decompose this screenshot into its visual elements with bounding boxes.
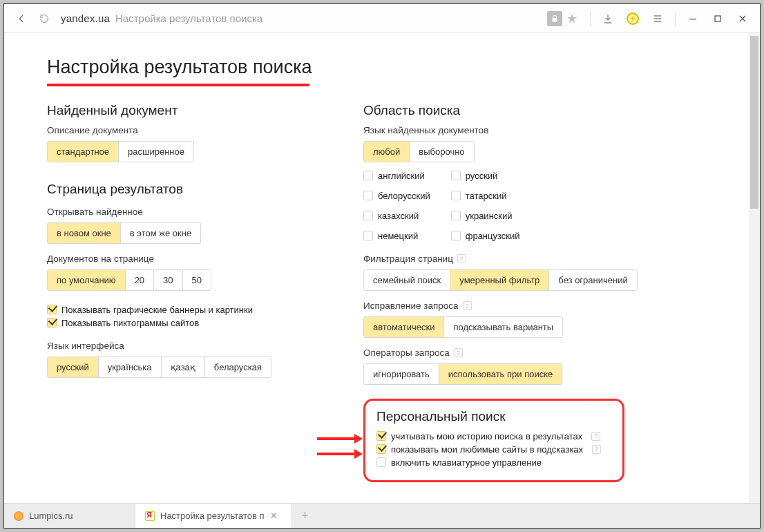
lang-label-tatar: татарский: [466, 191, 507, 201]
new-tab-button[interactable]: +: [292, 504, 318, 528]
description-label: Описание документа: [47, 125, 336, 135]
lang-label-french: французский: [466, 231, 520, 241]
tab-yandex-settings[interactable]: Настройка результатов п ✕: [135, 504, 292, 528]
query-operators-segmented: игнорировать использовать при поиске: [363, 363, 562, 385]
checkbox-use-history-label: учитывать мою историю поиска в результат…: [391, 431, 582, 441]
address-page-title: Настройка результатов поиска: [115, 12, 262, 24]
browser-toolbar: yandex.ua Настройка результатов поиска ★…: [4, 4, 760, 33]
browser-window: yandex.ua Настройка результатов поиска ★…: [3, 3, 761, 529]
lang-label-belarusian: белорусский: [378, 191, 430, 201]
tab-label: Настройка результатов п: [160, 511, 265, 521]
help-icon[interactable]: ?: [591, 432, 600, 441]
lang-label-ukrainian: украинский: [466, 211, 513, 221]
lang-label-german: немецкий: [378, 231, 418, 241]
ui-language-label: Язык интерфейса: [47, 341, 336, 351]
query-operators-label: Операторы запроса?: [363, 348, 660, 358]
page-filter-label: Фильтрация страниц?: [363, 254, 660, 264]
address-bar[interactable]: yandex.ua Настройка результатов поиска ★: [61, 11, 577, 26]
lock-icon: [547, 11, 562, 26]
per-page-opt-30[interactable]: 30: [153, 270, 182, 290]
lang-checkbox-french[interactable]: [451, 231, 461, 240]
checkbox-show-favorites[interactable]: [376, 444, 386, 454]
page-content: Настройка результатов поиска Найденный д…: [4, 33, 760, 503]
correct-opt-auto[interactable]: автоматически: [364, 317, 443, 337]
lang-checkbox-german[interactable]: [363, 231, 373, 240]
page-filter-segmented: семейный поиск умеренный фильтр без огра…: [363, 269, 638, 291]
open-opt-new-window[interactable]: в новом окне: [48, 223, 120, 243]
lang-label-english: английский: [378, 171, 425, 181]
help-icon[interactable]: ?: [454, 348, 463, 357]
reload-button[interactable]: [36, 8, 52, 29]
lang-checkbox-english[interactable]: [363, 171, 373, 180]
filter-opt-family[interactable]: семейный поиск: [364, 270, 450, 290]
checkbox-banners[interactable]: [47, 305, 57, 314]
description-opt-extended[interactable]: расширенное: [118, 142, 193, 162]
ui-lang-opt-uk[interactable]: українська: [98, 357, 161, 377]
personal-search-highlight: Персональный поиск учитывать мою историю…: [363, 399, 624, 482]
menu-icon[interactable]: [646, 8, 669, 29]
ui-lang-opt-ru[interactable]: русский: [48, 357, 98, 377]
per-page-opt-50[interactable]: 50: [182, 270, 211, 290]
ops-opt-use[interactable]: использовать при поиске: [439, 364, 562, 384]
tab-strip: Lumpics.ru Настройка результатов п ✕ +: [4, 503, 760, 528]
doclang-opt-any[interactable]: любой: [364, 142, 409, 162]
open-found-segmented: в новом окне в этом же окне: [47, 222, 201, 244]
checkbox-favicons[interactable]: [47, 318, 57, 327]
checkbox-banners-label: Показывать графические баннеры и картинк…: [61, 305, 253, 315]
window-close-button[interactable]: [731, 8, 754, 29]
doc-language-segmented: любой выборочно: [363, 141, 475, 162]
per-page-segmented: по умолчанию 20 30 50: [47, 269, 211, 291]
per-page-label: Документов на странице: [47, 254, 336, 264]
checkbox-keyboard-control[interactable]: [376, 457, 386, 467]
download-icon[interactable]: [596, 8, 620, 29]
found-document-heading: Найденный документ: [47, 103, 336, 118]
arrow-icon: [317, 449, 361, 459]
window-maximize-button[interactable]: [706, 8, 729, 29]
checkbox-show-favorites-label: показывать мои любимые сайты в подсказка…: [391, 444, 583, 455]
per-page-opt-20[interactable]: 20: [125, 270, 153, 290]
column-right: Область поиска Язык найденных документов…: [363, 99, 660, 482]
search-scope-heading: Область поиска: [363, 103, 660, 118]
extensions-icon[interactable]: ⚡: [621, 8, 644, 29]
address-domain: yandex.ua: [61, 12, 110, 24]
doc-language-label: Язык найденных документов: [363, 125, 660, 135]
tab-lumpics[interactable]: Lumpics.ru: [4, 504, 135, 528]
page-title: Настройка результатов поиска: [47, 57, 739, 78]
lang-checkbox-kazakh[interactable]: [363, 211, 373, 220]
open-opt-same-window[interactable]: в этом же окне: [120, 223, 200, 243]
favicon-icon: [14, 511, 23, 521]
help-icon[interactable]: ?: [457, 254, 466, 263]
bookmark-star-icon[interactable]: ★: [566, 11, 577, 26]
tab-close-icon[interactable]: ✕: [270, 511, 278, 521]
description-opt-standard[interactable]: стандартное: [48, 142, 118, 162]
window-minimize-button[interactable]: [681, 8, 705, 29]
tab-label: Lumpics.ru: [29, 511, 73, 521]
lang-checkbox-tatar[interactable]: [451, 191, 461, 200]
back-button[interactable]: [10, 8, 33, 29]
lang-label-kazakh: казахский: [378, 211, 419, 221]
open-found-label: Открывать найденное: [47, 207, 336, 217]
doclang-opt-selective[interactable]: выборочно: [409, 142, 473, 162]
vertical-scrollbar[interactable]: [749, 33, 760, 503]
help-icon[interactable]: ?: [463, 301, 472, 310]
results-page-heading: Страница результатов: [47, 182, 336, 197]
per-page-opt-default[interactable]: по умолчанию: [48, 270, 125, 290]
annotation-underline: [47, 84, 309, 86]
help-icon[interactable]: ?: [592, 445, 601, 454]
personal-search-heading: Персональный поиск: [376, 409, 611, 424]
lang-checkbox-ukrainian[interactable]: [451, 211, 461, 220]
ui-lang-opt-be[interactable]: беларуская: [204, 357, 271, 377]
lang-checkbox-russian[interactable]: [451, 171, 461, 180]
filter-opt-none[interactable]: без ограничений: [548, 270, 636, 290]
favicon-icon: [145, 511, 155, 521]
column-left: Найденный документ Описание документа ст…: [47, 99, 336, 482]
correct-opt-suggest[interactable]: подсказывать варианты: [443, 317, 562, 337]
filter-opt-moderate[interactable]: умеренный фильтр: [450, 270, 548, 290]
annotation-arrows: [317, 434, 361, 459]
checkbox-use-history[interactable]: [376, 431, 386, 441]
lang-label-russian: русский: [466, 171, 498, 181]
ui-lang-opt-kk[interactable]: қазақ: [161, 357, 204, 377]
query-correction-label: Исправление запроса?: [363, 301, 660, 311]
lang-checkbox-belarusian[interactable]: [363, 191, 373, 200]
ops-opt-ignore[interactable]: игнорировать: [364, 364, 439, 384]
